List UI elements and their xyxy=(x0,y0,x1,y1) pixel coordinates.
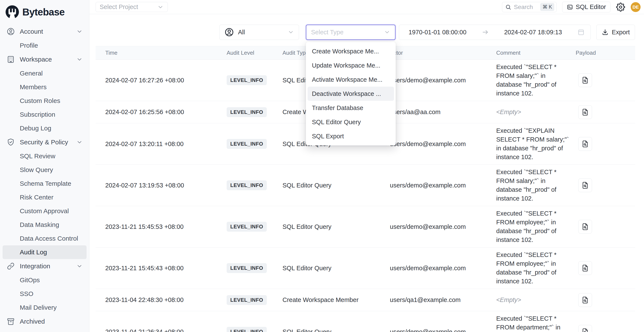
chevron-down-icon xyxy=(76,263,83,269)
sidebar-item-subscription[interactable]: Subscription xyxy=(2,108,86,121)
sidebar-item-data-access-control[interactable]: Data Access Control xyxy=(2,232,86,245)
dropdown-option-transfer-database[interactable]: Transfer Database xyxy=(308,101,394,115)
audit-level-badge: LEVEL_INFO xyxy=(226,107,267,117)
sidebar-item-slow-query[interactable]: Slow Query xyxy=(2,163,86,177)
file-search-icon xyxy=(581,181,589,189)
sidebar-item-general[interactable]: General xyxy=(2,66,86,80)
table-row: 2024-02-07 13:19:53 +08:00LEVEL_INFOSQL … xyxy=(96,165,635,206)
dropdown-option-sql-editor-query[interactable]: SQL Editor Query xyxy=(308,115,394,129)
sidebar-item-label: Archived xyxy=(20,318,45,325)
file-search-icon xyxy=(581,328,589,332)
topbar: Select Project Search ⌘ K SQL xyxy=(89,0,644,14)
payload-view-button[interactable] xyxy=(578,73,592,87)
building-icon xyxy=(6,55,15,64)
gear-icon[interactable] xyxy=(616,2,625,11)
project-select[interactable]: Select Project xyxy=(96,2,168,12)
file-search-icon xyxy=(581,296,589,304)
app-logo: Bytebase xyxy=(0,0,89,21)
sidebar-item-sql-review[interactable]: SQL Review xyxy=(2,149,86,163)
search-placeholder: Search xyxy=(514,4,533,10)
app-window: Bytebase AccountProfileWorkspaceGeneralM… xyxy=(0,0,644,332)
chevron-down-icon xyxy=(76,56,83,63)
sidebar-item-debug-log[interactable]: Debug Log xyxy=(2,121,86,135)
type-filter-select[interactable]: Select Type xyxy=(306,25,396,40)
sidebar-item-workspace[interactable]: Workspace xyxy=(2,52,86,66)
sidebar-item-label: Data Masking xyxy=(20,221,59,228)
dropdown-option-activate-workspace-me[interactable]: Activate Workspace Me... xyxy=(308,72,394,87)
cell-time: 2023-11-21 15:45:43 +08:00 xyxy=(96,265,226,272)
sidebar-item-account[interactable]: Account xyxy=(2,24,86,39)
sidebar-item-sso[interactable]: SSO xyxy=(2,287,86,301)
export-button[interactable]: Export xyxy=(596,25,635,40)
cell-time: 2023-11-04 22:48:30 +08:00 xyxy=(96,296,226,304)
payload-view-button[interactable] xyxy=(578,220,592,234)
arrow-right-icon xyxy=(482,28,489,36)
sidebar-item-label: Mail Delivery xyxy=(20,304,57,311)
payload-view-button[interactable] xyxy=(578,178,592,192)
date-range-picker[interactable]: 1970-01-01 08:00:00 2024-02-07 18:09:13 xyxy=(399,25,591,40)
sidebar-item-schema-template[interactable]: Schema Template xyxy=(2,177,86,190)
dropdown-option-update-workspace-me[interactable]: Update Workspace Me... xyxy=(308,58,394,72)
sidebar-item-data-masking[interactable]: Data Masking xyxy=(2,218,86,232)
sql-editor-button[interactable]: SQL Editor xyxy=(562,2,610,12)
sidebar-item-audit-log[interactable]: Audit Log xyxy=(2,245,86,259)
sidebar-item-label: Debug Log xyxy=(20,125,51,132)
cell-audit-level: LEVEL_INFO xyxy=(226,263,282,273)
link-icon xyxy=(6,262,15,270)
sidebar-item-profile[interactable]: Profile xyxy=(2,39,86,52)
sidebar-item-integration[interactable]: Integration xyxy=(2,259,86,273)
date-range-start[interactable]: 1970-01-01 08:00:00 xyxy=(408,29,466,36)
sidebar-item-members[interactable]: Members xyxy=(2,80,86,94)
cell-comment: <Empty> xyxy=(496,293,576,307)
date-range-end[interactable]: 2024-02-07 18:09:13 xyxy=(504,29,562,36)
cell-actor: users/qa1@example.com xyxy=(390,296,496,304)
sidebar-item-label: Slow Query xyxy=(20,166,53,173)
payload-view-button[interactable] xyxy=(578,105,592,119)
payload-view-button[interactable] xyxy=(578,261,592,275)
sidebar-item-risk-center[interactable]: Risk Center xyxy=(2,190,86,204)
cell-comment: <Empty> xyxy=(496,105,576,120)
table-row: 2023-11-04 21:26:34 +08:00LEVEL_INFOSQL … xyxy=(96,311,635,332)
cell-actor: users/demo@example.com xyxy=(390,328,496,332)
payload-view-button[interactable] xyxy=(578,293,592,307)
filter-bar: All Select Type 1970-01-01 08:00:00 2024… xyxy=(219,24,644,40)
sidebar-item-label: Data Access Control xyxy=(20,235,78,242)
sidebar-item-gitops[interactable]: GitOps xyxy=(2,273,86,287)
audit-level-badge: LEVEL_INFO xyxy=(226,263,267,273)
dropdown-option-sql-export[interactable]: SQL Export xyxy=(308,129,394,143)
user-circle-icon xyxy=(6,27,15,36)
table-row: 2023-11-04 22:48:30 +08:00LEVEL_INFOCrea… xyxy=(96,289,635,311)
chevron-down-icon xyxy=(76,139,83,146)
avatar-initials: DE xyxy=(632,4,639,10)
payload-view-button[interactable] xyxy=(578,325,592,332)
cell-comment: Executed `"SELECT * FROM salary;"` in da… xyxy=(496,165,576,206)
cell-actor: users/demo@example.com xyxy=(390,77,496,84)
cell-actor: users/demo@example.com xyxy=(390,182,496,189)
project-select-placeholder: Select Project xyxy=(100,3,138,10)
cell-payload xyxy=(576,137,635,151)
dropdown-option-create-workspace-me[interactable]: Create Workspace Me... xyxy=(308,44,394,58)
actor-filter-select[interactable]: All xyxy=(219,25,299,40)
sidebar-item-security-policy[interactable]: Security & Policy xyxy=(2,135,86,149)
cell-payload xyxy=(576,220,635,234)
avatar[interactable]: DE xyxy=(631,2,640,12)
sidebar-item-label: Account xyxy=(20,28,43,35)
cell-audit-level: LEVEL_INFO xyxy=(226,222,282,232)
cell-payload xyxy=(576,105,635,119)
sidebar-item-archived[interactable]: Archived xyxy=(2,315,86,329)
audit-level-badge: LEVEL_INFO xyxy=(226,180,267,190)
sidebar-item-mail-delivery[interactable]: Mail Delivery xyxy=(2,301,86,315)
sidebar-item-custom-approval[interactable]: Custom Approval xyxy=(2,204,86,218)
search-input[interactable]: Search ⌘ K xyxy=(502,2,556,12)
dropdown-option-deactivate-workspace[interactable]: Deactivate Workspace ... xyxy=(308,87,394,101)
payload-view-button[interactable] xyxy=(578,137,592,151)
type-filter-placeholder: Select Type xyxy=(311,29,344,36)
sidebar-item-custom-roles[interactable]: Custom Roles xyxy=(2,94,86,108)
terminal-icon xyxy=(567,4,573,10)
cell-payload xyxy=(576,293,635,307)
audit-level-badge: LEVEL_INFO xyxy=(226,139,267,149)
cell-time: 2024-02-07 16:25:56 +08:00 xyxy=(96,109,226,116)
sidebar-nav: AccountProfileWorkspaceGeneralMembersCus… xyxy=(0,24,89,329)
sidebar-item-label: Integration xyxy=(20,263,50,270)
chevron-down-icon xyxy=(76,28,83,35)
